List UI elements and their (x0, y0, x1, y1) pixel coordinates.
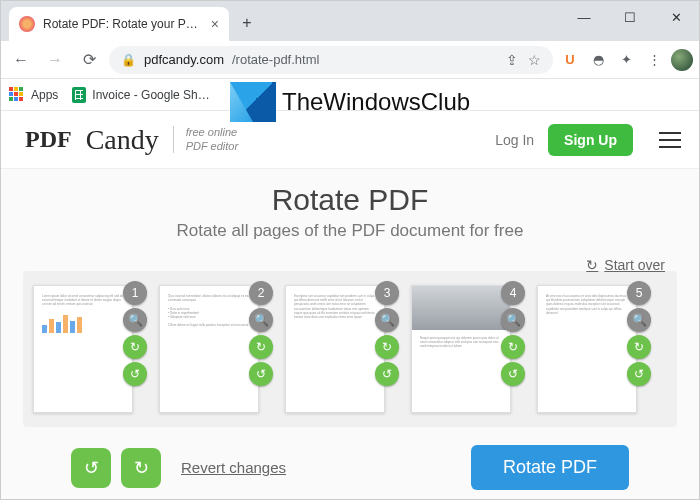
page-preview: Neque porro quisquam est qui dolorem ips… (411, 285, 511, 413)
zoom-icon[interactable]: 🔍 (249, 308, 273, 332)
extension-shield-icon[interactable]: ◓ (587, 49, 609, 71)
signup-button[interactable]: Sign Up (548, 124, 633, 156)
bookmark-invoice[interactable]: Invoice - Google Sh… (72, 87, 209, 103)
window-titlebar: Rotate PDF: Rotate your PDF doc… × + — ☐… (1, 1, 699, 41)
share-icon[interactable]: ⇪ (506, 52, 518, 68)
tab-title: Rotate PDF: Rotate your PDF doc… (43, 17, 203, 31)
apps-grid-icon (9, 87, 25, 103)
site-header: PDFCandy free online PDF editor Log In S… (1, 111, 699, 169)
zoom-icon[interactable]: 🔍 (375, 308, 399, 332)
close-window-button[interactable]: ✕ (653, 1, 699, 33)
page-thumbnail[interactable]: Quis nostrud exercitation ullamco labori… (159, 285, 269, 413)
start-over-label: Start over (604, 257, 665, 273)
bookmarks-bar: Apps Invoice - Google Sh… (1, 79, 699, 111)
rotate-pdf-button[interactable]: Rotate PDF (471, 445, 629, 490)
start-over-link[interactable]: ↻ Start over (586, 257, 665, 273)
page-number-badge: 4 (501, 281, 525, 305)
rotate-ccw-button[interactable]: ↺ (501, 362, 525, 386)
page-number-badge: 5 (627, 281, 651, 305)
new-tab-button[interactable]: + (233, 9, 261, 37)
rotate-all-cw-button[interactable]: ↻ (121, 448, 161, 488)
revert-changes-link[interactable]: Revert changes (181, 459, 286, 476)
bookmark-invoice-label: Invoice - Google Sh… (92, 88, 209, 102)
rotate-ccw-button[interactable]: ↺ (627, 362, 651, 386)
logo-candy[interactable]: Candy (86, 124, 159, 156)
rotate-ccw-button[interactable]: ↺ (249, 362, 273, 386)
menu-burger-icon[interactable] (659, 132, 681, 148)
forward-button[interactable]: → (41, 46, 69, 74)
page-title: Rotate PDF (23, 183, 677, 217)
browser-tab[interactable]: Rotate PDF: Rotate your PDF doc… × (9, 7, 229, 41)
refresh-icon: ↻ (586, 257, 598, 273)
page-preview: Quis nostrud exercitation ullamco labori… (159, 285, 259, 413)
close-icon[interactable]: × (211, 16, 219, 32)
bookmark-apps-label: Apps (31, 88, 58, 102)
action-bar: ↺ ↻ Revert changes Rotate PDF (23, 427, 677, 490)
zoom-icon[interactable]: 🔍 (501, 308, 525, 332)
bookmark-star-icon[interactable]: ☆ (528, 52, 541, 68)
logo-pdf[interactable]: PDF (25, 126, 72, 153)
rotate-cw-button[interactable]: ↻ (249, 335, 273, 359)
page-thumbnails-row: Lorem ipsum dolor sit amet consectetur a… (23, 271, 677, 427)
page-thumbnail[interactable]: Excepteur sint occaecat cupidatat non pr… (285, 285, 395, 413)
browser-menu-icon[interactable]: ⋮ (643, 49, 665, 71)
tab-favicon (19, 16, 35, 32)
rotate-cw-button[interactable]: ↻ (375, 335, 399, 359)
login-link[interactable]: Log In (495, 132, 534, 148)
tagline-line1: free online (186, 126, 238, 139)
sheets-icon (72, 87, 86, 103)
rotate-ccw-button[interactable]: ↺ (123, 362, 147, 386)
address-bar[interactable]: 🔒 pdfcandy.com/rotate-pdf.html ⇪ ☆ (109, 46, 553, 74)
page-number-badge: 1 (123, 281, 147, 305)
page-content: Rotate PDF Rotate all pages of the PDF d… (1, 169, 699, 500)
bookmark-apps[interactable]: Apps (9, 87, 58, 103)
page-subtitle: Rotate all pages of the PDF document for… (23, 221, 677, 241)
url-path: /rotate-pdf.html (232, 52, 319, 67)
page-number-badge: 2 (249, 281, 273, 305)
page-thumbnail[interactable]: Neque porro quisquam est qui dolorem ips… (411, 285, 521, 413)
extension-u-icon[interactable]: U (559, 49, 581, 71)
zoom-icon[interactable]: 🔍 (123, 308, 147, 332)
profile-avatar[interactable] (671, 49, 693, 71)
rotate-cw-button[interactable]: ↻ (501, 335, 525, 359)
extensions-puzzle-icon[interactable]: ✦ (615, 49, 637, 71)
rotate-cw-button[interactable]: ↻ (123, 335, 147, 359)
browser-toolbar: ← → ⟳ 🔒 pdfcandy.com/rotate-pdf.html ⇪ ☆… (1, 41, 699, 79)
reload-button[interactable]: ⟳ (75, 46, 103, 74)
window-controls: — ☐ ✕ (561, 1, 699, 33)
tagline-line2: PDF editor (186, 140, 238, 153)
lock-icon: 🔒 (121, 53, 136, 67)
rotate-all-ccw-button[interactable]: ↺ (71, 448, 111, 488)
page-preview: At vero eos et accusamus et iusto odio d… (537, 285, 637, 413)
rotate-cw-button[interactable]: ↻ (627, 335, 651, 359)
page-thumbnail[interactable]: Lorem ipsum dolor sit amet consectetur a… (33, 285, 143, 413)
page-number-badge: 3 (375, 281, 399, 305)
page-preview: Lorem ipsum dolor sit amet consectetur a… (33, 285, 133, 413)
url-host: pdfcandy.com (144, 52, 224, 67)
logo-tagline: free online PDF editor (173, 126, 238, 152)
back-button[interactable]: ← (7, 46, 35, 74)
minimize-button[interactable]: — (561, 1, 607, 33)
page-thumbnail[interactable]: At vero eos et accusamus et iusto odio d… (537, 285, 647, 413)
zoom-icon[interactable]: 🔍 (627, 308, 651, 332)
maximize-button[interactable]: ☐ (607, 1, 653, 33)
page-preview: Excepteur sint occaecat cupidatat non pr… (285, 285, 385, 413)
rotate-ccw-button[interactable]: ↺ (375, 362, 399, 386)
